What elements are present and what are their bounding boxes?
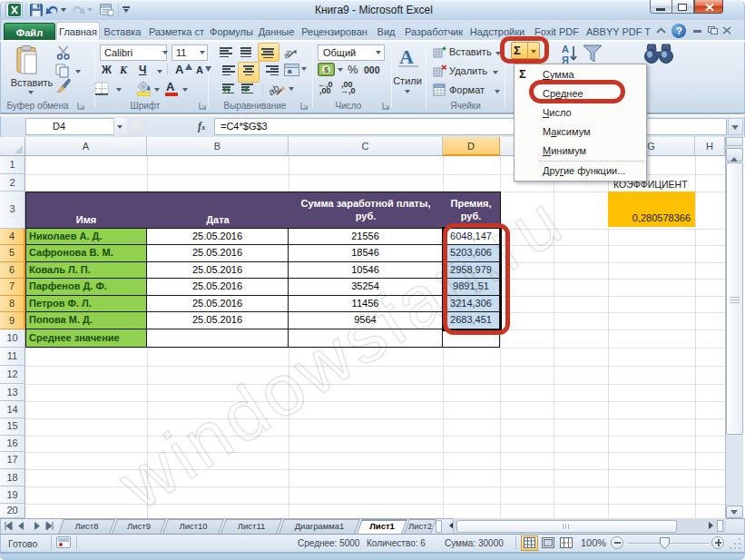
svg-text:a: a [288,67,292,75]
svg-text:А: А [562,44,569,54]
svg-text:$: $ [324,65,328,74]
svg-text:ab: ab [268,83,281,97]
svg-text:A: A [399,45,414,68]
